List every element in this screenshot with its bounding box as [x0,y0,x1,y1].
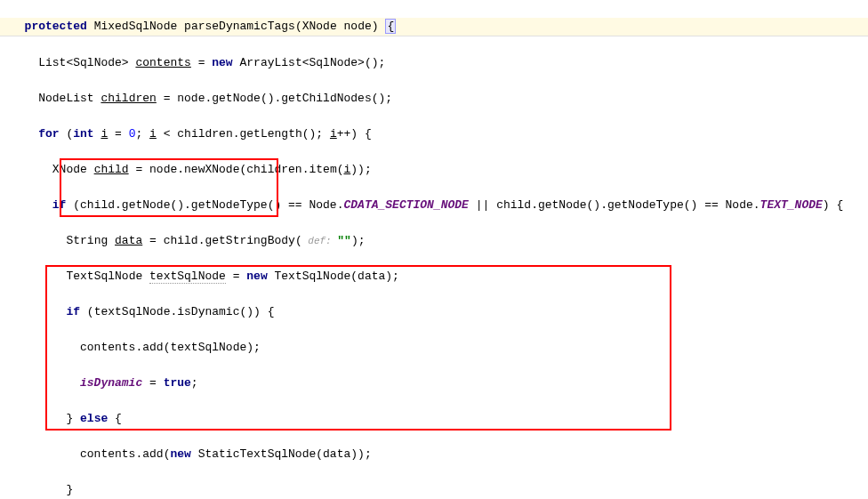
code-editor[interactable]: protected MixedSqlNode parseDynamicTags(… [0,0,868,499]
close: )); [350,163,371,176]
code-line: for (int i = 0; i < children.getLength()… [0,125,868,143]
var-textsqlnode: textSqlNode [149,270,226,284]
keyword-new: new [170,447,190,461]
var-contents: contents [135,56,190,69]
param-hint-def: def: [302,236,338,246]
return-type: MixedSqlNode [94,20,178,33]
add-call: contents.add(textSqlNode); [80,341,261,354]
assign-call: = child.getStringBody( [142,234,301,247]
var-children: children [100,92,156,105]
code-line: if (child.getNode().getNodeType() == Nod… [0,197,868,214]
close-brace: } [66,483,73,496]
type-decl: List<SqlNode> [38,56,135,69]
close-brace: ) { [823,198,843,212]
code-line: contents.add(new StaticTextSqlNode(data)… [0,446,868,463]
type-decl: String [66,234,115,247]
code-line: if (textSqlNode.isDynamic()) { [0,303,868,321]
ctor-call: TextSqlNode(data); [268,270,399,283]
var-child: child [94,163,129,176]
code-line: contents.add(textSqlNode); [0,339,868,357]
cond-block: (textSqlNode.isDynamic()) { [80,305,274,318]
keyword-new: new [212,56,232,69]
code-line: TextSqlNode textSqlNode = new TextSqlNod… [0,268,868,286]
semi: ; [135,127,149,141]
ctor-call: ArrayList<SqlNode>(); [233,56,386,69]
param-name: node [344,20,372,33]
code-line: String data = child.getStringBody( def: … [0,232,868,250]
code-line: } [0,481,868,499]
param-type: XNode [302,20,337,33]
type-decl: NodeList [38,92,100,105]
keyword-if: if [52,198,67,212]
var-i: i [330,127,337,141]
type-decl: TextSqlNode [66,270,149,283]
field-isDynamic: isDynamic [80,376,142,390]
code-line: List<SqlNode> contents = new ArrayList<S… [0,54,868,72]
const-cdata: CDATA_SECTION_NODE [343,198,468,212]
ctor-call: StaticTextSqlNode(data)); [191,447,372,461]
assign-call: = node.newXNode(children.item( [129,163,344,176]
add-call: contents.add( [80,447,170,461]
type-decl: XNode [52,163,94,176]
assign: = [142,376,163,390]
var-i: i [149,127,157,141]
assign: = [191,56,212,69]
method-chain: node.getNode().getChildNodes(); [177,92,392,105]
code-line: } else { [0,410,868,428]
string-empty: "" [337,234,351,247]
keyword-else: else [80,412,108,425]
cond: < children.getLength(); [157,127,330,141]
method-signature-line: protected MixedSqlNode parseDynamicTags(… [0,18,868,36]
close-brace: } [66,412,80,425]
close: ); [351,234,366,247]
keyword-for: for [38,127,59,141]
incr-brace: ++) { [337,127,372,141]
var-data: data [115,234,142,247]
paren: ( [60,127,74,141]
assign: = [157,92,177,105]
open-brace: { [385,19,396,34]
keyword-true: true [164,376,191,390]
code-line: XNode child = node.newXNode(children.ite… [0,161,868,179]
assign: = [108,127,128,141]
method-name: parseDynamicTags [184,20,295,33]
semi: ; [191,376,198,390]
keyword-new: new [246,270,267,283]
keyword-int: int [73,127,93,141]
open-brace: { [108,412,122,425]
const-text-node: TEXT_NODE [760,198,823,212]
keyword-protected: protected [25,20,87,33]
code-line: isDynamic = true; [0,374,868,392]
cond-mid: || child.getNode().getNodeType() == Node… [469,198,760,212]
assign: = [226,270,246,283]
keyword-if: if [66,305,80,318]
code-line: NodeList children = node.getNode().getCh… [0,90,868,108]
cond-left: (child.getNode().getNodeType() == Node. [66,198,343,212]
